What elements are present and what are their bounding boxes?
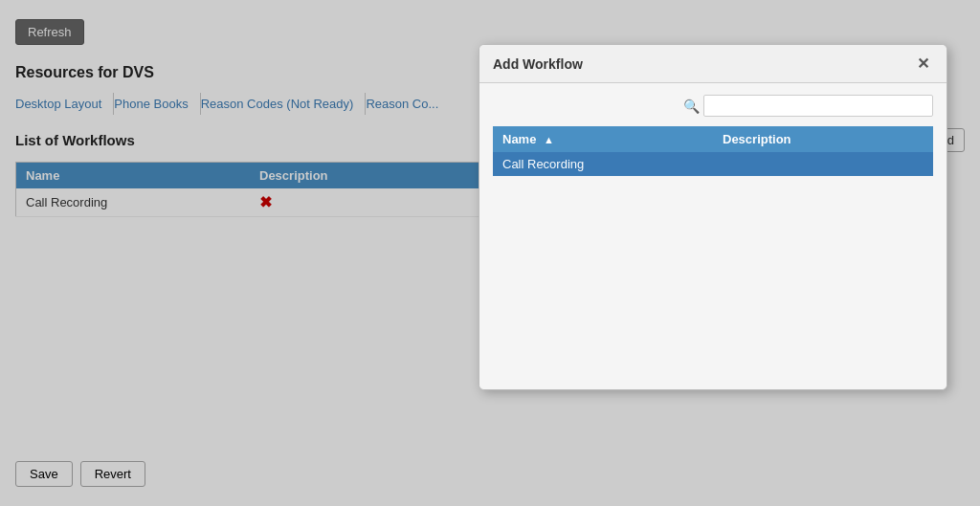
search-input[interactable] [703,95,933,117]
modal-title: Add Workflow [493,56,583,72]
search-row: 🔍 [493,95,933,117]
modal-workflow-table: Name ▲ Description Call Recording [493,126,933,176]
search-icon: 🔍 [683,99,700,114]
sort-arrow-icon: ▲ [544,134,554,145]
modal-col-header-name: Name ▲ [493,126,713,152]
modal-table-row[interactable]: Call Recording [493,152,933,176]
add-workflow-modal: Add Workflow ✕ 🔍 Name ▲ Description Call… [479,44,947,390]
modal-workflow-description [713,152,933,176]
modal-body: 🔍 Name ▲ Description Call Recording [479,83,947,389]
modal-col-header-description: Description [713,126,933,152]
modal-close-button[interactable]: ✕ [913,55,933,73]
modal-header: Add Workflow ✕ [479,45,947,83]
modal-workflow-name: Call Recording [493,152,713,176]
